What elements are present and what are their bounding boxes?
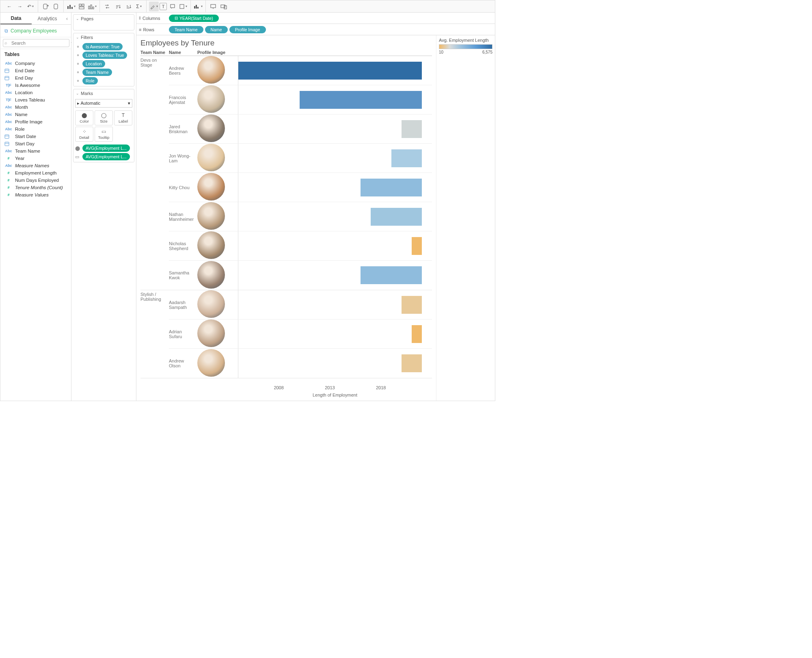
field-start-day[interactable]: Start Day bbox=[2, 140, 69, 147]
employee-row[interactable]: Adrian Sufaru bbox=[169, 319, 432, 349]
color-legend[interactable]: Avg. Employment Length 10 6,575 bbox=[436, 35, 495, 401]
field-role[interactable]: AbcRole bbox=[2, 125, 69, 133]
avatar bbox=[197, 231, 225, 259]
format-icon[interactable]: ▾ bbox=[178, 2, 188, 11]
field-loves-tableau[interactable]: T|FLoves Tableau bbox=[2, 96, 69, 104]
filter-context-icon: ⚬ bbox=[75, 78, 81, 84]
employee-row[interactable]: Francois Ajenstat bbox=[169, 85, 432, 114]
field-company[interactable]: AbcCompany bbox=[2, 60, 69, 67]
field-type-icon bbox=[4, 68, 13, 73]
mark-color-button[interactable]: ⬤Color bbox=[75, 110, 93, 125]
annotate-icon[interactable] bbox=[168, 2, 177, 11]
employee-row[interactable]: Aadarsh Sampath bbox=[169, 290, 432, 319]
field-num-days-employed[interactable]: #Num Days Employed bbox=[2, 177, 69, 184]
field-location[interactable]: AbcLocation bbox=[2, 89, 69, 96]
filters-shelf[interactable]: ⌄Filters ⚬Is Awesome: True⚬Loves Tableau… bbox=[73, 33, 134, 86]
field-profile-image[interactable]: AbcProfile Image bbox=[2, 118, 69, 125]
mark-label-button[interactable]: TLabel bbox=[114, 110, 132, 125]
field-start-date[interactable]: Start Date bbox=[2, 133, 69, 140]
row-pill[interactable]: Name bbox=[205, 26, 228, 33]
tab-analytics[interactable]: Analytics bbox=[32, 13, 63, 24]
collapse-pane-icon[interactable]: ‹ bbox=[63, 13, 71, 24]
field-is-awesome[interactable]: T|FIs Awesome bbox=[2, 82, 69, 89]
field-team-name[interactable]: AbcTeam Name bbox=[2, 147, 69, 155]
marks-card[interactable]: ⌄Marks ▸ Automatic▾ ⬤Color◯SizeTLabel⁘De… bbox=[73, 89, 134, 162]
field-type-icon: Abc bbox=[4, 112, 13, 116]
field-measure-values[interactable]: #Measure Values bbox=[2, 191, 69, 198]
bar[interactable] bbox=[412, 325, 422, 343]
chart-title[interactable]: Employees by Tenure bbox=[140, 39, 432, 47]
new-dashboard-icon[interactable] bbox=[77, 2, 86, 11]
marks-type-select[interactable]: ▸ Automatic▾ bbox=[75, 99, 132, 108]
field-year[interactable]: #Year bbox=[2, 155, 69, 162]
swap-icon[interactable] bbox=[102, 2, 112, 11]
employee-row[interactable]: Nathan Mannheimer bbox=[169, 202, 432, 231]
datasource-name[interactable]: ⧉ Company Employees bbox=[0, 25, 71, 37]
tab-data[interactable]: Data bbox=[0, 13, 32, 24]
employee-row[interactable]: Andrew Olson bbox=[169, 349, 432, 378]
row-pill[interactable]: Team Name bbox=[169, 26, 203, 33]
back-icon[interactable]: ← bbox=[4, 2, 14, 11]
employee-name: Samantha Kwok bbox=[169, 270, 197, 280]
bar[interactable] bbox=[371, 208, 422, 226]
bar[interactable] bbox=[361, 179, 422, 196]
field-end-day[interactable]: End Day bbox=[2, 74, 69, 82]
rows-shelf[interactable]: ≡Rows Team NameNameProfile Image bbox=[136, 24, 495, 35]
field-type-icon: # bbox=[4, 156, 13, 160]
device-preview-icon[interactable] bbox=[219, 2, 229, 11]
bar[interactable] bbox=[412, 237, 422, 255]
text-icon[interactable]: T bbox=[160, 3, 167, 10]
clear-sheet-icon[interactable]: ▾ bbox=[87, 2, 97, 11]
column-pill[interactable]: ⊟YEAR(Start Date) bbox=[169, 15, 219, 22]
mark-tooltip-button[interactable]: ▭Tooltip bbox=[95, 127, 113, 142]
svg-rect-12 bbox=[93, 7, 94, 9]
presentation-icon[interactable] bbox=[208, 2, 218, 11]
bar[interactable] bbox=[402, 354, 422, 372]
employee-row[interactable]: Jon Wong-Lam bbox=[169, 144, 432, 173]
undo-dropdown-icon[interactable]: ↶▾ bbox=[26, 2, 35, 11]
filter-pill[interactable]: Loves Tableau: True bbox=[82, 52, 127, 59]
sort-asc-icon[interactable] bbox=[113, 2, 123, 11]
new-datasource-icon[interactable] bbox=[41, 2, 50, 11]
field-month[interactable]: AbcMonth bbox=[2, 104, 69, 111]
field-end-date[interactable]: End Date bbox=[2, 67, 69, 74]
svg-rect-15 bbox=[194, 6, 195, 9]
mark-detail-button[interactable]: ⁘Detail bbox=[75, 127, 93, 142]
filter-pill[interactable]: Location bbox=[82, 60, 105, 67]
employee-row[interactable]: Andrew Beers bbox=[169, 56, 432, 85]
filter-pill[interactable]: Is Awesome: True bbox=[82, 43, 123, 50]
row-pill[interactable]: Profile Image bbox=[229, 26, 266, 33]
highlight-icon[interactable]: ▾ bbox=[149, 2, 159, 11]
columns-shelf[interactable]: ⦀Columns ⊟YEAR(Start Date) bbox=[136, 13, 495, 24]
totals-icon[interactable]: Σ▾ bbox=[134, 2, 144, 11]
bar[interactable] bbox=[402, 296, 422, 314]
forward-icon[interactable]: → bbox=[15, 2, 25, 11]
mark-pill[interactable]: AVG(Employment L... bbox=[82, 145, 130, 152]
new-worksheet-icon[interactable]: ▾ bbox=[66, 2, 76, 11]
employee-name: Jared Briskman bbox=[169, 124, 197, 134]
employee-row[interactable]: Samantha Kwok bbox=[169, 261, 432, 290]
bar[interactable] bbox=[402, 120, 422, 138]
pages-shelf[interactable]: ⌄Pages bbox=[73, 14, 134, 30]
field-employment-length[interactable]: #Employment Length bbox=[2, 169, 69, 177]
field-tenure-months-count-[interactable]: #Tenure Months (Count) bbox=[2, 184, 69, 191]
field-measure-names[interactable]: AbcMeasure Names bbox=[2, 162, 69, 169]
sort-desc-icon[interactable] bbox=[123, 2, 133, 11]
filter-pill[interactable]: Role bbox=[82, 77, 98, 84]
bar[interactable] bbox=[391, 149, 422, 167]
mark-size-button[interactable]: ◯Size bbox=[95, 110, 113, 125]
mark-pill[interactable]: AVG(Employment L... bbox=[82, 153, 130, 160]
svg-rect-0 bbox=[43, 4, 47, 9]
bar[interactable] bbox=[238, 62, 422, 80]
filter-pill[interactable]: Team Name bbox=[82, 69, 112, 76]
employee-row[interactable]: Kitty Chou bbox=[169, 173, 432, 202]
fit-icon[interactable]: ▾ bbox=[193, 2, 203, 11]
bar[interactable] bbox=[361, 266, 422, 284]
chart[interactable]: Employees by Tenure Team Name Name Profi… bbox=[136, 35, 436, 401]
refresh-datasource-icon[interactable] bbox=[51, 2, 61, 11]
bar[interactable] bbox=[300, 91, 422, 109]
search-input[interactable] bbox=[3, 39, 69, 47]
employee-row[interactable]: Jared Briskman bbox=[169, 114, 432, 144]
field-name[interactable]: AbcName bbox=[2, 111, 69, 118]
employee-row[interactable]: Nicholas Shepherd bbox=[169, 231, 432, 261]
